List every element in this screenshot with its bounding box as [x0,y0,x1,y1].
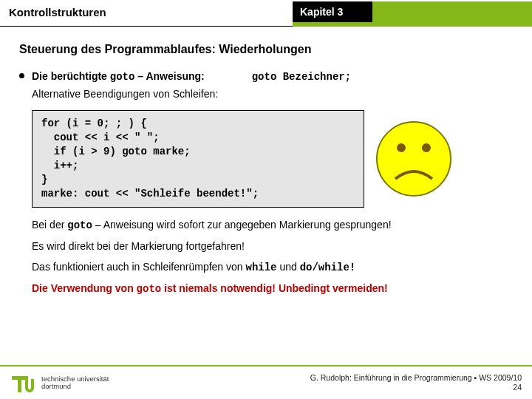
course-label: G. Rudolph: Einführung in die Programmie… [310,373,522,383]
p1mono: goto [67,219,92,231]
syntax-goto: goto [252,71,277,83]
wb: ist niemals notwendig! Unbedingt vermeid… [161,282,387,294]
p1b: – Anweisung wird sofort zur angegeben Ma… [92,219,392,231]
p3a: Das funktioniert auch in Schleifenrümpfe… [32,261,246,273]
sad-face-icon [373,118,454,200]
slide-header: Kontrollstrukturen Kapitel 3 [0,0,532,27]
page-number: 24 [310,383,522,392]
logo-text: technische universität dortmund [41,375,109,391]
p1a: Bei der [32,219,67,231]
p3mid: und [277,261,300,273]
header-accent: Kapitel 3 [293,1,532,27]
bullet-text: Die berüchtigte goto – Anweisung: goto B… [32,69,351,83]
uni-line2: dortmund [41,383,109,390]
alt-line: Alternative Beendigungen von Schleifen: [32,88,513,100]
svg-point-1 [397,143,406,152]
wmono: goto [137,283,162,295]
wa: Die Verwendung von [32,282,137,294]
slide-content: Steuerung des Programmablaufes: Wiederho… [0,27,532,296]
slide-footer: technische universität dortmund G. Rudol… [0,365,532,399]
tu-logo-icon [10,372,37,394]
svg-rect-4 [18,376,21,392]
bullet-item: Die berüchtigte goto – Anweisung: goto B… [19,69,513,83]
bullet-part2: – Anweisung: [134,70,204,82]
bullet-part1: Die berüchtigte [32,70,110,82]
footer-right: G. Rudolph: Einführung in die Programmie… [310,373,522,392]
syntax: goto Bezeichner; [252,70,351,82]
svg-point-0 [377,122,451,196]
bullet-icon [19,73,24,78]
subtitle: Steuerung des Programmablaufes: Wiederho… [19,43,513,56]
code-box: for (i = 0; ; ) { cout << i << " "; if (… [32,110,364,207]
svg-point-2 [422,143,431,152]
p3m2: do/while! [300,262,356,273]
code-row: for (i = 0; ; ) { cout << i << " "; if (… [32,110,513,207]
syntax-id: Bezeichner; [276,71,351,83]
university-logo: technische universität dortmund [10,372,109,394]
para-3: Das funktioniert auch in Schleifenrümpfe… [32,260,513,274]
warning: Die Verwendung von goto ist niemals notw… [32,282,513,296]
bullet-mono: goto [110,71,135,83]
chapter-label: Kapitel 3 [293,1,372,22]
para-1: Bei der goto – Anweisung wird sofort zur… [32,218,513,232]
p3m1: while [246,262,277,273]
para-2: Es wird direkt bei der Markierung fortge… [32,239,513,253]
header-title: Kontrollstrukturen [0,0,293,26]
